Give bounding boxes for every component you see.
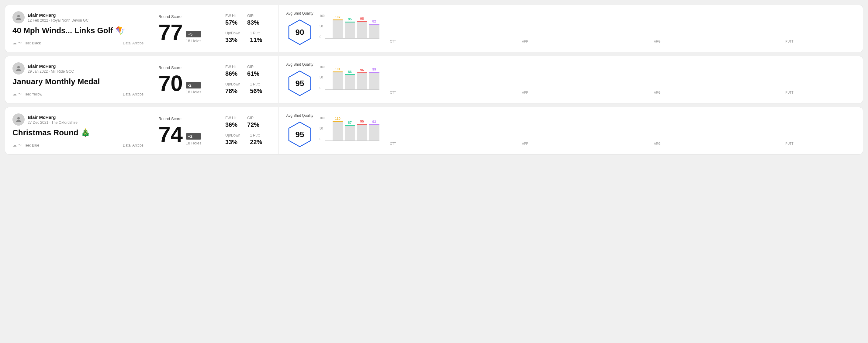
- y-label-100: 100: [319, 14, 325, 18]
- y-label-0: 0: [319, 137, 325, 141]
- fw-hit-label: FW Hit: [225, 65, 238, 69]
- y-label-50: 50: [319, 76, 325, 79]
- bars-container: 110 87 95 93: [325, 117, 379, 141]
- hexagon-container: 95: [286, 70, 313, 97]
- weather-icon: ☁ 〜: [12, 143, 22, 148]
- bar-accent: [345, 74, 355, 75]
- one-putt-label: 1 Putt: [250, 31, 262, 35]
- data-source-label: Data: Arccos: [123, 92, 144, 96]
- round-title: Christmas Round 🎄: [12, 128, 144, 137]
- round-title: January Monthly Medal: [12, 77, 144, 86]
- chart-main-row: 100 50 0 101 86 96: [319, 65, 856, 90]
- bar-group-app: 86: [345, 70, 355, 89]
- hex-score: 95: [296, 79, 304, 88]
- weather-icon: ☁ 〜: [12, 40, 22, 46]
- card-score: Round Score 74 +2 18 Holes: [151, 107, 218, 154]
- score-badge: -2: [186, 82, 201, 89]
- stat-fw-hit: FW Hit 36%: [225, 116, 238, 128]
- y-axis: 100 50 0: [319, 65, 325, 90]
- x-label-putt: PUTT: [723, 142, 856, 145]
- bar-accent: [369, 72, 379, 73]
- hex-score: 90: [296, 28, 304, 37]
- stat-fw-hit: FW Hit 86%: [225, 65, 238, 77]
- bar-accent: [333, 121, 343, 122]
- card-footer: ☁ 〜 Tee: Blue Data: Arccos: [12, 143, 144, 148]
- bars-container: 107 95 98 82: [325, 14, 379, 39]
- score-details: -2 18 Holes: [186, 82, 201, 94]
- updown-label: Up/Down: [225, 133, 240, 137]
- one-putt-label: 1 Putt: [250, 82, 262, 86]
- avg-quality-label: Avg Shot Quality: [286, 62, 313, 67]
- bar-rect: [357, 124, 367, 141]
- y-label-50: 50: [319, 127, 325, 130]
- bar-value-label: 87: [348, 121, 352, 124]
- bar-value-label: 107: [335, 15, 341, 19]
- user-info: Blair McHarg 27 Dec 2021 · The Oxfordshi…: [12, 114, 144, 126]
- stats-row-top: FW Hit 86% GIR 61%: [225, 65, 271, 77]
- score-holes: 18 Holes: [186, 141, 201, 145]
- card-chart: Avg Shot Quality 95 100 50 0: [279, 107, 863, 154]
- gir-value: 61%: [247, 70, 259, 77]
- bar-value-label: 93: [372, 120, 376, 123]
- score-details: +5 18 Holes: [186, 31, 201, 43]
- chart-wrapper: 100 50 0 110 87 95: [319, 117, 856, 145]
- stats-row-bottom: Up/Down 33% 1 Putt 11%: [225, 31, 271, 43]
- tee-info: ☁ 〜 Tee: Yellow: [12, 92, 42, 97]
- score-details: +2 18 Holes: [186, 133, 201, 145]
- bar-rect: [333, 71, 343, 89]
- updown-label: Up/Down: [225, 82, 240, 86]
- one-putt-value: 56%: [250, 88, 262, 95]
- score-badge: +2: [186, 133, 201, 139]
- card-score: Round Score 77 +5 18 Holes: [151, 5, 218, 52]
- gir-value: 83%: [247, 19, 259, 26]
- x-label-ott: OTT: [327, 91, 459, 94]
- avg-quality-section: Avg Shot Quality 95: [286, 62, 313, 97]
- user-meta: 27 Dec 2021 · The Oxfordshire: [28, 120, 78, 125]
- round-card: Blair McHarg 27 Dec 2021 · The Oxfordshi…: [5, 107, 863, 154]
- bar-value-label: 99: [372, 67, 376, 71]
- stat-gir: GIR 61%: [247, 65, 259, 77]
- fw-hit-value: 57%: [225, 19, 238, 26]
- stat-gir: GIR 72%: [247, 116, 259, 128]
- bar-value-label: 86: [348, 70, 352, 73]
- round-title: 40 Mph Winds... Links Golf 🪁: [12, 26, 144, 35]
- bar-value-label: 101: [335, 67, 341, 71]
- bar-group-putt: 82: [369, 20, 379, 38]
- user-details: Blair McHarg 27 Dec 2021 · The Oxfordshi…: [28, 115, 78, 125]
- stats-row-top: FW Hit 36% GIR 72%: [225, 116, 271, 128]
- chart-main-row: 100 50 0 110 87 95: [319, 117, 856, 141]
- card-stats: FW Hit 57% GIR 83% Up/Down 33% 1 Putt: [218, 5, 279, 52]
- avg-quality-label: Avg Shot Quality: [286, 11, 313, 15]
- score-label: Round Score: [158, 14, 210, 19]
- bar-rect: [345, 125, 355, 141]
- avg-quality-section: Avg Shot Quality 95: [286, 114, 313, 148]
- round-card: Blair McHarg 12 Feb 2022 · Royal North D…: [5, 5, 863, 52]
- user-info: Blair McHarg 29 Jan 2022 · Mill Ride GCC: [12, 62, 144, 74]
- bar-value-label: 95: [360, 120, 364, 123]
- y-label-100: 100: [319, 65, 325, 69]
- chart-wrapper: 100 50 0 101 86 96: [319, 65, 856, 94]
- bar-accent: [369, 124, 379, 125]
- tee-label: Tee: Blue: [24, 143, 39, 148]
- x-label-arg: ARG: [591, 142, 723, 145]
- bar-rect: [345, 22, 355, 38]
- one-putt-label: 1 Putt: [250, 133, 262, 137]
- bar-value-label: 96: [360, 68, 364, 72]
- bar-group-app: 95: [345, 17, 355, 38]
- fw-hit-label: FW Hit: [225, 14, 238, 18]
- stat-fw-hit: FW Hit 57%: [225, 14, 238, 26]
- weather-icon: ☁ 〜: [12, 92, 22, 97]
- svg-point-2: [17, 66, 20, 68]
- chart-main-row: 100 50 0 107 95 98: [319, 14, 856, 39]
- avg-quality-label: Avg Shot Quality: [286, 114, 313, 118]
- bar-accent: [357, 21, 367, 22]
- stat-gir: GIR 83%: [247, 14, 259, 26]
- y-axis: 100 50 0: [319, 14, 325, 39]
- bar-value-label: 110: [335, 117, 341, 120]
- score-main: 77 +5 18 Holes: [158, 21, 210, 43]
- bar-accent: [345, 22, 355, 23]
- bar-group-ott: 110: [333, 117, 343, 141]
- bar-group-putt: 99: [369, 67, 379, 89]
- round-card: Blair McHarg 29 Jan 2022 · Mill Ride GCC…: [5, 56, 863, 103]
- hexagon-container: 90: [286, 19, 313, 46]
